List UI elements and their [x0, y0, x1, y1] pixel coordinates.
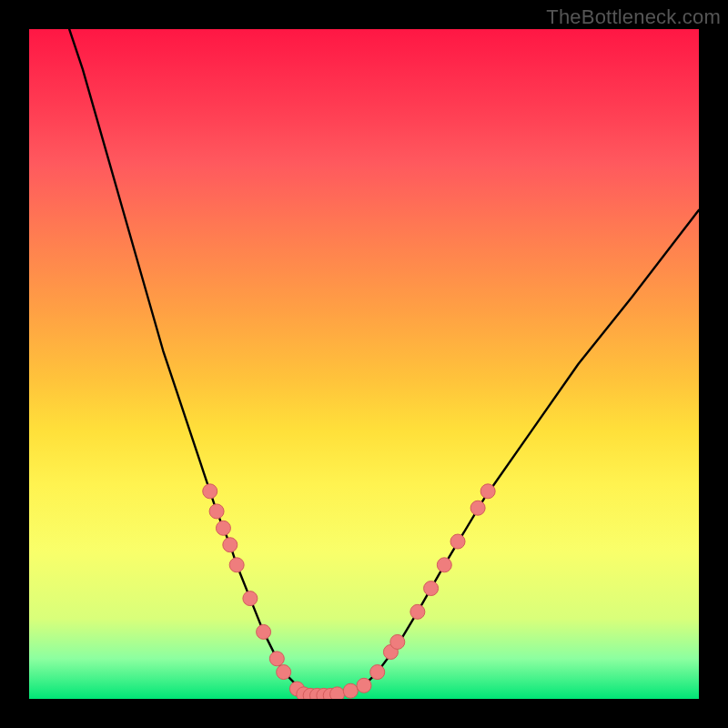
marker-point	[223, 538, 238, 552]
bottleneck-curve	[69, 29, 699, 695]
marker-point	[343, 683, 358, 698]
plot-area	[29, 29, 699, 699]
marker-point	[410, 604, 425, 619]
marker-point	[330, 687, 345, 699]
marker-point	[357, 678, 371, 693]
marker-point	[370, 665, 385, 680]
attribution-text: TheBottleneck.com	[546, 5, 721, 29]
marker-point	[390, 634, 405, 649]
marker-point	[470, 500, 485, 515]
marker-point	[243, 592, 258, 606]
marker-point	[216, 521, 230, 535]
marker-point	[437, 558, 451, 572]
marker-point	[269, 652, 284, 666]
marker-point	[203, 484, 217, 499]
marker-point	[209, 504, 224, 519]
chart-frame: TheBottleneck.com	[0, 0, 728, 728]
marker-point	[480, 484, 495, 499]
marker-point	[450, 534, 465, 549]
marker-point	[277, 665, 291, 680]
marker-point	[424, 581, 439, 596]
marker-point	[257, 624, 271, 639]
marker-point	[229, 558, 244, 572]
curve-svg	[29, 29, 699, 699]
